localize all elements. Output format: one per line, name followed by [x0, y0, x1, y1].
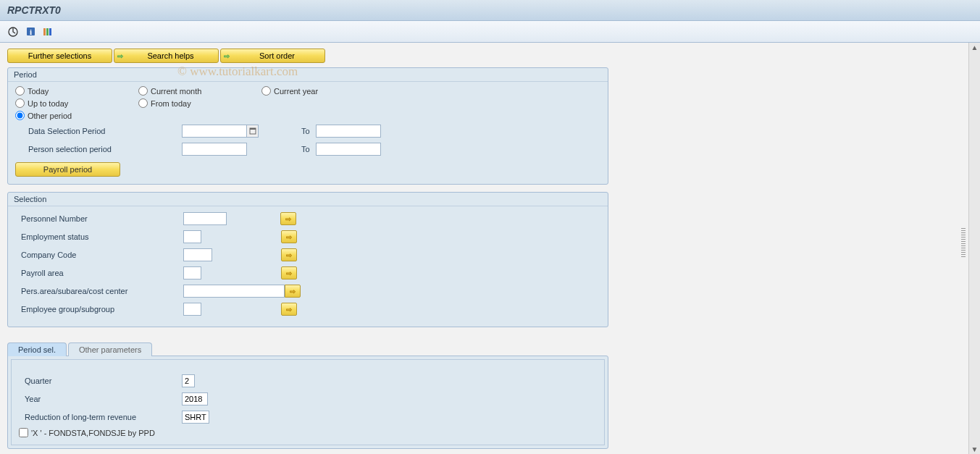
main-panel: Further selections ⇨ Search helps ⇨ Sort…: [0, 43, 968, 454]
fondsta-label: 'X ' - FONDSTA,FONDSJE by PPD: [31, 429, 155, 437]
company-code-multi[interactable]: ⇨: [281, 248, 297, 261]
arrow-right-icon: ⇨: [285, 215, 291, 223]
pers-area-label: Pers.area/subarea/cost center: [15, 287, 167, 295]
employee-group-multi[interactable]: ⇨: [281, 303, 297, 316]
year-input[interactable]: [182, 392, 208, 405]
selection-group: Selection Personnel Number ⇨ Employment …: [7, 192, 608, 327]
payroll-area-label: Payroll area: [15, 269, 167, 277]
period-group-body: Today Current month Current year Up to t…: [8, 82, 608, 184]
app-title: RPCTRXT0: [7, 4, 61, 16]
personnel-number-multi[interactable]: ⇨: [280, 212, 296, 225]
employment-status-multi[interactable]: ⇨: [281, 230, 297, 243]
scroll-down-icon[interactable]: ▼: [971, 446, 979, 453]
personnel-number-input[interactable]: [183, 212, 227, 225]
employee-group-label: Employee group/subgroup: [15, 305, 167, 314]
search-helps-label: Search helps: [129, 51, 212, 60]
employee-group-input[interactable]: [183, 303, 201, 316]
company-code-label: Company Code: [15, 251, 167, 259]
person-selection-period-label: Person selection period: [15, 145, 167, 154]
payroll-period-label: Payroll period: [43, 165, 92, 174]
radio-current-year-label: Current year: [274, 87, 318, 96]
period-group: Period Today Current month Current year: [7, 67, 608, 185]
title-bar: RPCTRXT0: [0, 0, 980, 21]
further-selections-label: Further selections: [28, 51, 91, 60]
arrow-right-icon: ⇨: [286, 306, 292, 314]
tab-period-sel-label: Period sel.: [18, 345, 56, 354]
svg-rect-4: [46, 28, 49, 35]
arrow-right-icon: ⇨: [286, 269, 292, 277]
sort-order-button[interactable]: ⇨ Sort order: [220, 49, 325, 63]
quarter-label: Quarter: [19, 377, 182, 385]
content-area: © www.tutorialkart.com Further selection…: [0, 43, 980, 454]
tab-period-sel[interactable]: Period sel.: [7, 342, 67, 356]
arrow-right-icon: ⇨: [286, 251, 292, 259]
pers-area-input[interactable]: [183, 285, 285, 298]
data-selection-period-from[interactable]: [182, 125, 247, 138]
vertical-scrollbar[interactable]: ▲ ▼: [968, 43, 980, 454]
data-selection-period-to[interactable]: [316, 125, 381, 138]
svg-rect-5: [49, 28, 51, 35]
payroll-area-input[interactable]: [183, 266, 201, 279]
selection-group-body: Personnel Number ⇨ Employment status ⇨ C…: [8, 206, 608, 327]
employment-status-label: Employment status: [15, 232, 167, 241]
data-selection-period-label: Data Selection Period: [15, 127, 167, 135]
svg-rect-7: [250, 128, 256, 130]
reduction-label: Reduction of long-term revenue: [19, 413, 182, 421]
arrow-right-icon: ⇨: [224, 52, 230, 60]
radio-row-1: Today Current month Current year: [15, 86, 600, 96]
svg-rect-3: [43, 28, 46, 35]
info-icon[interactable]: i: [25, 26, 36, 38]
radio-from-today[interactable]: [138, 98, 148, 108]
drag-handle-icon[interactable]: [961, 228, 966, 257]
radio-row-3: Other period: [15, 111, 600, 120]
payroll-area-multi[interactable]: ⇨: [281, 266, 297, 279]
arrow-right-icon: ⇨: [286, 233, 292, 241]
quarter-input[interactable]: [182, 374, 195, 387]
svg-text:i: i: [29, 28, 31, 36]
tab-content: Quarter Year Reduction of long-term reve…: [7, 356, 608, 449]
tab-other-params-label: Other parameters: [79, 345, 141, 354]
tab-inner: Quarter Year Reduction of long-term reve…: [11, 359, 605, 445]
execute-icon[interactable]: [7, 26, 19, 38]
person-selection-period-to[interactable]: [316, 143, 381, 156]
radio-row-2: Up to today From today: [15, 98, 600, 108]
arrow-right-icon: ⇨: [117, 52, 123, 60]
app-toolbar: i: [0, 21, 980, 43]
radio-from-today-label: From today: [151, 99, 191, 108]
radio-current-year[interactable]: [261, 86, 271, 96]
company-code-input[interactable]: [183, 248, 212, 261]
further-selections-button[interactable]: Further selections: [7, 49, 112, 63]
person-selection-period-from[interactable]: [182, 143, 247, 156]
radio-other-period[interactable]: [15, 111, 25, 120]
fondsta-checkbox[interactable]: [19, 428, 28, 437]
to-label-2: To: [283, 145, 316, 154]
reduction-input[interactable]: [182, 411, 209, 424]
radio-today[interactable]: [15, 86, 25, 96]
personnel-number-label: Personnel Number: [15, 214, 167, 223]
arrow-right-icon: ⇨: [290, 287, 296, 295]
tab-strip: Period sel. Other parameters: [7, 342, 961, 356]
radio-current-month-label: Current month: [151, 87, 201, 96]
scroll-up-icon[interactable]: ▲: [971, 44, 979, 51]
radio-up-to-today[interactable]: [15, 98, 25, 108]
radio-up-to-today-label: Up to today: [28, 99, 68, 108]
period-group-title: Period: [8, 68, 608, 82]
date-picker-icon[interactable]: [247, 125, 259, 138]
selection-group-title: Selection: [8, 193, 608, 206]
sort-order-label: Sort order: [235, 51, 319, 60]
year-label: Year: [19, 395, 182, 403]
employment-status-input[interactable]: [183, 230, 201, 243]
radio-other-period-label: Other period: [28, 112, 72, 120]
to-label-1: To: [283, 127, 316, 135]
search-helps-button[interactable]: ⇨ Search helps: [114, 49, 219, 63]
variant-icon[interactable]: [42, 26, 54, 38]
payroll-period-button[interactable]: Payroll period: [15, 162, 120, 177]
tab-other-params[interactable]: Other parameters: [68, 342, 152, 356]
top-button-row: Further selections ⇨ Search helps ⇨ Sort…: [7, 49, 961, 63]
radio-today-label: Today: [28, 87, 49, 96]
person-selection-period-row: Person selection period To: [15, 141, 600, 157]
radio-current-month[interactable]: [138, 86, 148, 96]
pers-area-multi[interactable]: ⇨: [285, 285, 301, 298]
data-selection-period-row: Data Selection Period To: [15, 123, 600, 139]
